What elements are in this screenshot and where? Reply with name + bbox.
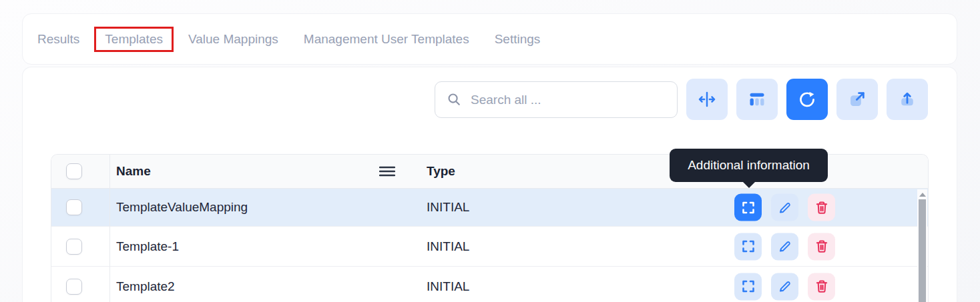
fit-columns-icon bbox=[698, 90, 716, 109]
column-divider bbox=[109, 155, 110, 302]
tooltip: Additional information bbox=[670, 149, 828, 182]
select-all-checkbox[interactable] bbox=[66, 163, 82, 179]
column-header-type: Type bbox=[427, 164, 455, 179]
additional-info-button[interactable] bbox=[734, 233, 762, 260]
table-row[interactable]: TemplateValueMapping INITIAL bbox=[51, 189, 928, 227]
table-row[interactable]: Template-1 INITIAL bbox=[51, 227, 928, 267]
delete-button[interactable] bbox=[808, 194, 835, 221]
trash-icon bbox=[814, 279, 829, 294]
tooltip-text: Additional information bbox=[688, 158, 810, 173]
column-header-name: Name bbox=[116, 164, 151, 179]
expand-icon bbox=[741, 239, 756, 254]
search-icon bbox=[447, 92, 462, 107]
row-name: Template-1 bbox=[116, 239, 179, 254]
refresh-icon bbox=[798, 90, 816, 109]
scroll-up-arrow-icon[interactable] bbox=[919, 193, 926, 197]
row-checkbox[interactable] bbox=[66, 279, 82, 295]
upload-button[interactable] bbox=[887, 79, 928, 120]
expand-icon bbox=[741, 200, 756, 215]
refresh-button[interactable] bbox=[786, 79, 828, 120]
tab-management-user-templates[interactable]: Management User Templates bbox=[304, 32, 469, 47]
pencil-icon bbox=[778, 239, 792, 254]
tab-value-mappings[interactable]: Value Mappings bbox=[188, 32, 278, 47]
row-actions bbox=[734, 233, 835, 260]
upload-icon bbox=[898, 90, 917, 109]
columns-icon bbox=[748, 90, 766, 109]
delete-button[interactable] bbox=[808, 233, 835, 260]
fit-columns-button[interactable] bbox=[686, 79, 728, 120]
tabs-card: Results Templates Value Mappings Managem… bbox=[22, 13, 957, 65]
edit-button[interactable] bbox=[771, 194, 798, 221]
tab-bar: Results Templates Value Mappings Managem… bbox=[23, 14, 957, 64]
scrollbar-thumb[interactable] bbox=[919, 199, 926, 302]
search-box bbox=[435, 81, 678, 118]
row-actions bbox=[734, 194, 835, 221]
additional-info-button[interactable] bbox=[734, 273, 762, 300]
toolbar-buttons bbox=[686, 79, 928, 120]
tooltip-arrow bbox=[743, 182, 755, 188]
tab-templates[interactable]: Templates bbox=[105, 32, 163, 46]
expand-icon bbox=[741, 279, 756, 294]
pencil-icon bbox=[778, 200, 792, 215]
row-actions bbox=[734, 273, 835, 300]
edit-button[interactable] bbox=[771, 233, 798, 260]
content-card: Name Type TemplateValueMapping INITIAL bbox=[22, 67, 957, 302]
edit-button[interactable] bbox=[771, 273, 798, 300]
annotation-box: Templates bbox=[94, 27, 174, 52]
row-checkbox[interactable] bbox=[66, 239, 82, 255]
tab-results[interactable]: Results bbox=[37, 32, 79, 47]
row-type: INITIAL bbox=[427, 200, 469, 215]
open-external-button[interactable] bbox=[836, 79, 878, 120]
trash-icon bbox=[814, 200, 829, 215]
column-settings-button[interactable] bbox=[736, 79, 778, 120]
row-type: INITIAL bbox=[427, 279, 469, 294]
row-type: INITIAL bbox=[427, 239, 469, 254]
trash-icon bbox=[814, 239, 829, 254]
search-input[interactable] bbox=[471, 93, 666, 107]
tab-settings[interactable]: Settings bbox=[495, 32, 541, 47]
table-row[interactable]: Template2 INITIAL bbox=[51, 267, 928, 302]
delete-button[interactable] bbox=[808, 273, 835, 300]
additional-info-button[interactable] bbox=[734, 194, 762, 221]
column-menu-icon[interactable] bbox=[379, 166, 395, 177]
row-name: TemplateValueMapping bbox=[116, 200, 248, 215]
table-scrollbar[interactable] bbox=[917, 189, 927, 302]
external-link-icon bbox=[848, 90, 867, 109]
row-name: Template2 bbox=[116, 279, 175, 294]
pencil-icon bbox=[778, 279, 792, 294]
row-checkbox[interactable] bbox=[66, 199, 82, 215]
